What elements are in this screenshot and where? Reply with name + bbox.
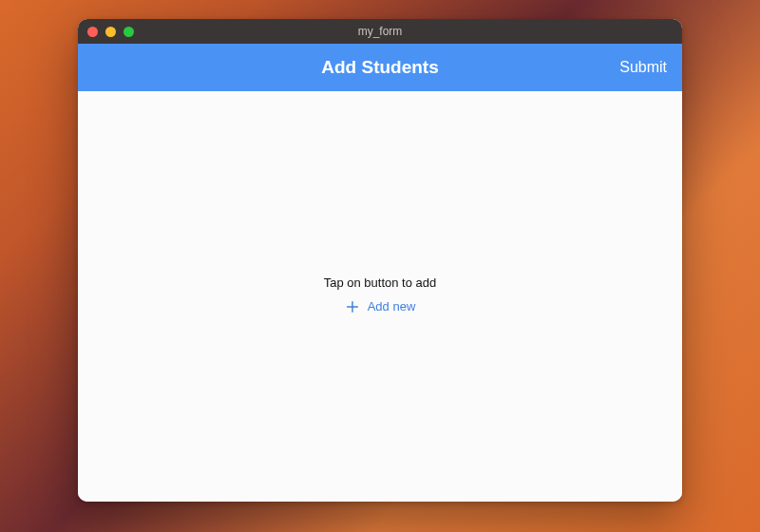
add-new-button[interactable]: Add new [339, 295, 422, 318]
app-window: my_form Add Students Submit Tap on butto… [78, 19, 682, 502]
page-title: Add Students [321, 57, 439, 78]
empty-state-hint: Tap on button to add [324, 276, 437, 290]
traffic-lights [87, 27, 134, 37]
app-bar: Add Students Submit [78, 44, 682, 91]
window-titlebar: my_form [78, 19, 682, 44]
add-new-label: Add new [368, 299, 416, 314]
minimize-icon[interactable] [105, 27, 116, 37]
main-content: Tap on button to add Add new [78, 91, 682, 502]
close-icon[interactable] [87, 27, 98, 37]
submit-button[interactable]: Submit [619, 44, 667, 91]
plus-icon [345, 299, 360, 314]
zoom-icon[interactable] [124, 27, 134, 37]
window-title: my_form [78, 25, 682, 38]
